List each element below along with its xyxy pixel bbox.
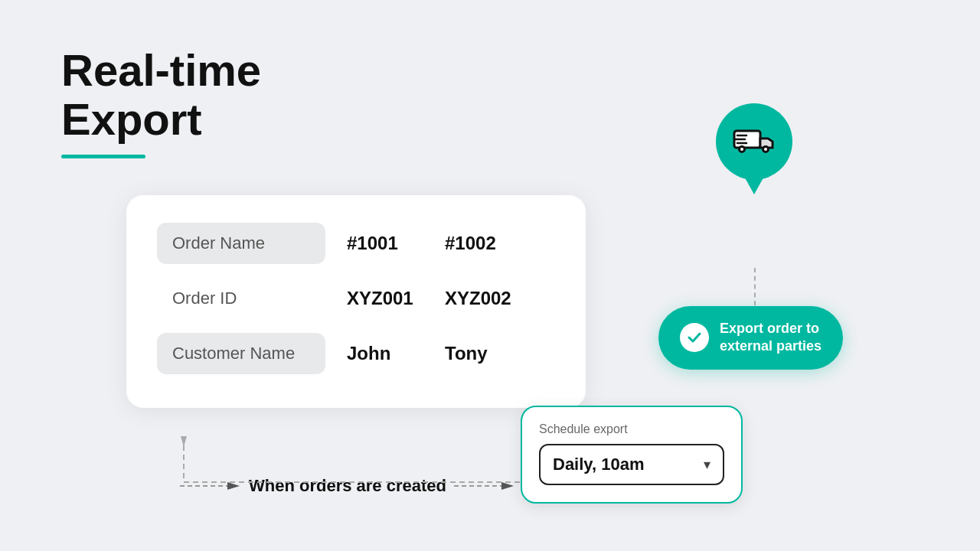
row-value-1002: #1002 <box>445 233 521 254</box>
truck-icon <box>733 125 776 158</box>
svg-point-9 <box>764 148 767 151</box>
title-section: Real-time Export <box>61 46 261 158</box>
chevron-down-icon: ▾ <box>704 456 710 473</box>
svg-marker-4 <box>181 436 187 447</box>
export-check-icon <box>680 323 709 352</box>
pin-shape <box>712 92 796 191</box>
export-pill: Export order to external parties <box>658 306 843 370</box>
dashed-connector-curve <box>176 436 544 513</box>
schedule-select-value: Daily, 10am <box>553 455 644 474</box>
schedule-label: Schedule export <box>539 422 724 436</box>
check-svg <box>686 329 703 346</box>
schedule-card: Schedule export Daily, 10am ▾ <box>521 406 743 504</box>
table-row: Order Name #1001 #1002 <box>157 223 555 264</box>
row-value-xyz001: XYZ001 <box>347 288 423 309</box>
row-value-john: John <box>347 343 423 364</box>
svg-point-7 <box>740 148 743 151</box>
title-line1: Real-time <box>61 46 261 95</box>
row-label-customer-name: Customer Name <box>157 333 325 374</box>
table-row: Order ID XYZ001 XYZ002 <box>157 278 555 319</box>
row-value-1001: #1001 <box>347 233 423 254</box>
location-pin <box>712 92 796 191</box>
schedule-select-dropdown[interactable]: Daily, 10am ▾ <box>539 444 724 485</box>
export-pill-text: Export order to external parties <box>720 320 822 356</box>
table-card: Order Name #1001 #1002 Order ID XYZ001 X… <box>126 195 586 408</box>
title-underline <box>61 155 145 158</box>
pin-circle <box>716 103 792 180</box>
table-row: Customer Name John Tony <box>157 333 555 374</box>
title-line2: Export <box>61 95 261 144</box>
row-label-order-name: Order Name <box>157 223 325 264</box>
row-value-tony: Tony <box>445 343 521 364</box>
row-value-xyz002: XYZ002 <box>445 288 521 309</box>
row-label-order-id: Order ID <box>157 278 325 319</box>
